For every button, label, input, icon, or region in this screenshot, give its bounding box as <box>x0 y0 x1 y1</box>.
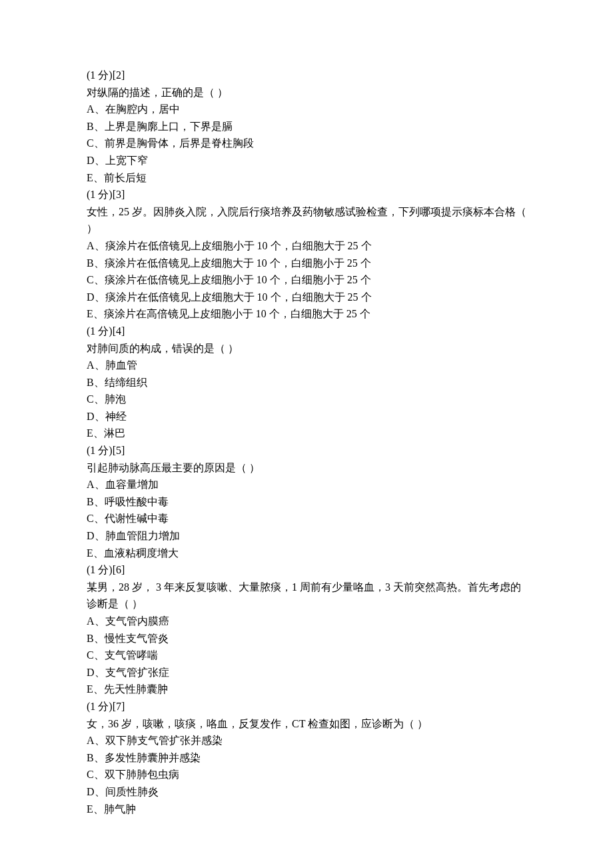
question-5: (1 分)[5] 引起肺动脉高压最主要的原因是（ ） A、血容量增加 B、呼吸性… <box>87 442 526 561</box>
question-3: (1 分)[3] 女性，25 岁。因肺炎入院，入院后行痰培养及药物敏感试验检查，… <box>87 186 526 323</box>
option-d: D、痰涂片在低倍镜见上皮细胞大于 10 个，白细胞大于 25 个 <box>87 289 526 306</box>
option-a: A、在胸腔内，居中 <box>87 101 526 118</box>
option-c: C、肺泡 <box>87 391 526 408</box>
option-d: D、肺血管阻力增加 <box>87 527 526 545</box>
option-e: E、肺气肿 <box>87 801 526 818</box>
option-d: D、间质性肺炎 <box>87 783 526 801</box>
option-b: B、多发性肺囊肿并感染 <box>87 749 526 767</box>
question-stem: 对肺间质的构成，错误的是（ ） <box>87 340 526 357</box>
option-e: E、痰涂片在高倍镜见上皮细胞小于 10 个，白细胞大于 25 个 <box>87 305 526 323</box>
question-header: (1 分)[2] <box>87 67 526 84</box>
option-e: E、前长后短 <box>87 169 526 187</box>
option-a: A、支气管内膜癌 <box>87 613 526 630</box>
option-c: C、支气管哮喘 <box>87 647 526 664</box>
option-d: D、神经 <box>87 408 526 425</box>
question-stem: 对纵隔的描述，正确的是（ ） <box>87 84 526 101</box>
option-d: D、支气管扩张症 <box>87 664 526 681</box>
question-header: (1 分)[3] <box>87 186 526 203</box>
option-e: E、淋巴 <box>87 425 526 442</box>
question-stem: 某男，28 岁， 3 年来反复咳嗽、大量脓痰，1 周前有少量咯血，3 天前突然高… <box>87 579 526 613</box>
question-header: (1 分)[7] <box>87 698 526 715</box>
option-e: E、血液粘稠度增大 <box>87 545 526 562</box>
question-stem: 引起肺动脉高压最主要的原因是（ ） <box>87 459 526 477</box>
question-7: (1 分)[7] 女，36 岁，咳嗽，咳痰，咯血，反复发作，CT 检查如图，应诊… <box>87 698 526 817</box>
question-6: (1 分)[6] 某男，28 岁， 3 年来反复咳嗽、大量脓痰，1 周前有少量咯… <box>87 561 526 698</box>
option-a: A、血容量增加 <box>87 476 526 493</box>
option-d: D、上宽下窄 <box>87 152 526 169</box>
question-stem: 女，36 岁，咳嗽，咳痰，咯血，反复发作，CT 检查如图，应诊断为（ ） <box>87 715 526 733</box>
option-b: B、结缔组织 <box>87 374 526 391</box>
option-a: A、肺血管 <box>87 357 526 374</box>
option-c: C、代谢性碱中毒 <box>87 510 526 527</box>
question-header: (1 分)[4] <box>87 323 526 340</box>
question-stem: 女性，25 岁。因肺炎入院，入院后行痰培养及药物敏感试验检查，下列哪项提示痰标本… <box>87 203 526 237</box>
option-c: C、双下肺肺包虫病 <box>87 766 526 783</box>
option-b: B、痰涂片在低倍镜见上皮细胞大于 10 个，白细胞小于 25 个 <box>87 255 526 272</box>
option-c: C、痰涂片在低倍镜见上皮细胞小于 10 个，白细胞小于 25 个 <box>87 271 526 289</box>
option-c: C、前界是胸骨体，后界是脊柱胸段 <box>87 135 526 152</box>
question-header: (1 分)[5] <box>87 442 526 459</box>
option-b: B、呼吸性酸中毒 <box>87 493 526 511</box>
option-a: A、痰涂片在低倍镜见上皮细胞小于 10 个，白细胞大于 25 个 <box>87 237 526 255</box>
question-2: (1 分)[2] 对纵隔的描述，正确的是（ ） A、在胸腔内，居中 B、上界是胸… <box>87 67 526 186</box>
option-e: E、先天性肺囊肿 <box>87 681 526 698</box>
question-header: (1 分)[6] <box>87 561 526 579</box>
option-b: B、慢性支气管炎 <box>87 630 526 647</box>
option-a: A、双下肺支气管扩张并感染 <box>87 732 526 749</box>
question-4: (1 分)[4] 对肺间质的构成，错误的是（ ） A、肺血管 B、结缔组织 C、… <box>87 323 526 442</box>
option-b: B、上界是胸廓上口，下界是膈 <box>87 118 526 135</box>
